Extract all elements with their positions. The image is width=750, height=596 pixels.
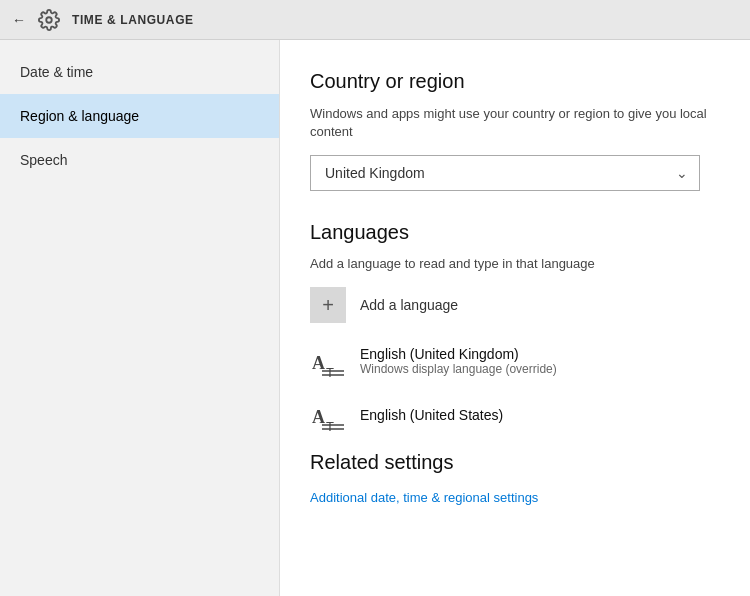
title-bar: ← TIME & LANGUAGE	[0, 0, 750, 40]
gear-icon	[38, 9, 60, 31]
languages-section-title: Languages	[310, 221, 720, 244]
back-icon[interactable]: ←	[12, 12, 26, 28]
language-item-uk[interactable]: A T English (United Kingdom) Windows dis…	[310, 343, 720, 379]
country-dropdown-wrapper: United Kingdom United States Australia C…	[310, 155, 700, 191]
language-item-us[interactable]: A T English (United States)	[310, 397, 720, 433]
add-language-label: Add a language	[360, 297, 458, 313]
sidebar-item-label: Speech	[20, 152, 67, 168]
country-section-title: Country or region	[310, 70, 720, 93]
language-name-uk: English (United Kingdom)	[360, 346, 557, 362]
add-icon: +	[310, 287, 346, 323]
sidebar-item-label: Region & language	[20, 108, 139, 124]
sidebar: Date & time Region & language Speech	[0, 40, 280, 596]
language-info-uk: English (United Kingdom) Windows display…	[360, 346, 557, 376]
languages-section-description: Add a language to read and type in that …	[310, 256, 720, 271]
related-section-title: Related settings	[310, 451, 720, 474]
country-section-description: Windows and apps might use your country …	[310, 105, 720, 141]
svg-text:T: T	[326, 419, 334, 433]
country-dropdown[interactable]: United Kingdom United States Australia C…	[310, 155, 700, 191]
related-settings-link[interactable]: Additional date, time & regional setting…	[310, 490, 538, 505]
main-layout: Date & time Region & language Speech Cou…	[0, 40, 750, 596]
sidebar-item-region-language[interactable]: Region & language	[0, 94, 279, 138]
sidebar-item-date-time[interactable]: Date & time	[0, 50, 279, 94]
page-title: TIME & LANGUAGE	[72, 13, 194, 27]
svg-text:T: T	[326, 365, 334, 379]
svg-text:A: A	[312, 353, 325, 373]
sidebar-item-label: Date & time	[20, 64, 93, 80]
language-sub-uk: Windows display language (override)	[360, 362, 557, 376]
content-area: Country or region Windows and apps might…	[280, 40, 750, 596]
svg-text:A: A	[312, 407, 325, 427]
add-language-button[interactable]: + Add a language	[310, 287, 720, 323]
language-icon-uk: A T	[310, 343, 346, 379]
svg-point-0	[46, 17, 52, 23]
language-name-us: English (United States)	[360, 407, 503, 423]
language-icon-us: A T	[310, 397, 346, 433]
sidebar-item-speech[interactable]: Speech	[0, 138, 279, 182]
language-info-us: English (United States)	[360, 407, 503, 423]
